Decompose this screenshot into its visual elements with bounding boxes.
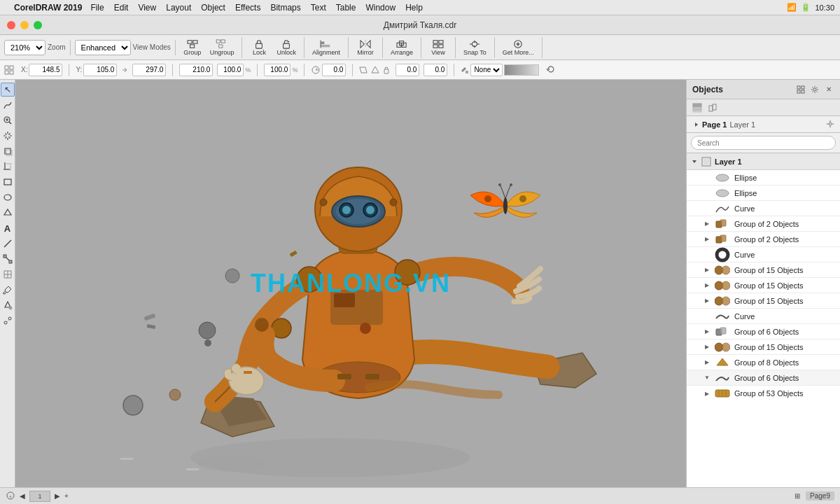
height-input[interactable] [179,64,213,76]
menu-view[interactable]: View [138,3,156,13]
minimize-button[interactable] [20,21,29,29]
obj-curve-ring[interactable]: Curve [687,247,840,262]
menu-table[interactable]: Table [336,3,356,13]
line-tool-btn[interactable] [1,237,15,251]
panel-icon1[interactable] [795,84,806,95]
y-input[interactable] [83,64,117,76]
fill-tool-btn[interactable] [1,298,15,312]
angle-input[interactable] [322,64,346,76]
zoom-select[interactable]: 210% [4,40,46,55]
menu-object[interactable]: Object [201,3,225,13]
transform-tool-btn[interactable] [1,144,15,158]
obj-group2-1[interactable]: ▶ Group of 2 Objects [687,216,840,232]
effects-tool-btn[interactable] [1,314,15,328]
fill-select[interactable]: None [470,64,503,76]
menu-window[interactable]: Window [365,3,396,13]
menu-file[interactable]: File [90,3,104,13]
obj-group15-1[interactable]: ▶ Group of 15 Objects [687,262,840,278]
screw1 [225,269,239,283]
mirror-button[interactable]: Mirror [353,37,378,58]
circle-part [123,396,143,415]
obj-ellipse-2[interactable]: Ellipse [687,186,840,201]
page-nav-next[interactable]: ▶ [55,492,60,500]
obj-group15-3[interactable]: ▶ Group of 15 Objects [687,293,840,309]
x-field: X: [21,64,62,76]
group2-icon-2 [715,234,730,245]
panel-tab-objects[interactable] [706,102,719,114]
screw3 [169,389,181,400]
close-button[interactable] [7,21,15,29]
add-page-btn[interactable]: + [64,492,69,500]
view-button[interactable]: View [426,37,451,58]
page-nav-prev[interactable]: ◀ [20,492,25,500]
search-input[interactable] [691,136,836,150]
ellipse-tool-btn[interactable] [1,190,15,204]
zoom-tool-btn[interactable] [1,113,15,127]
h1-input[interactable] [396,64,419,76]
mesh-tool-btn[interactable] [1,267,15,281]
obj-group53[interactable]: ▶ Group of 53 Objects [687,386,840,401]
app-name[interactable]: CorelDRAW 2019 [14,3,82,13]
reset-btn[interactable] [546,64,556,76]
menu-text[interactable]: Text [311,3,326,13]
layer-settings-btn[interactable] [826,120,834,130]
obj-group8[interactable]: ▶ Group of 8 Objects [687,355,840,370]
obj-group6-2[interactable]: ▼ Group of 6 Objects [687,370,840,386]
panel-settings-icon[interactable] [809,84,820,95]
arrange-button[interactable]: Arrange [387,37,416,58]
svg-rect-0 [188,40,192,43]
text-tool-btn[interactable]: A [1,221,15,235]
canvas-area[interactable]: THANLONG.VN [15,80,686,487]
obj-group2-2[interactable]: ▶ Group of 2 Objects [687,232,840,247]
color-swatch[interactable] [504,64,539,76]
h-pct-input[interactable] [264,64,290,76]
svg-rect-32 [5,71,8,74]
menu-layout[interactable]: Layout [166,3,191,13]
page-tools[interactable]: + [6,491,15,502]
obj-curve-1[interactable]: Curve [687,201,840,216]
ungroup-button[interactable]: Ungroup [206,37,238,58]
menu-effects[interactable]: Effects [235,3,260,13]
alignment-button[interactable]: Alignment [309,37,344,58]
h2-input[interactable] [424,64,447,76]
svg-point-96 [722,297,730,305]
panel-tab-layers[interactable] [691,102,704,114]
view-mode-select[interactable]: Enhanced [75,40,131,55]
svg-point-62 [9,287,10,288]
polygon-tool-btn[interactable] [1,206,15,220]
obj-group15-4[interactable]: ▶ Group of 15 Objects [687,340,840,355]
butterfly [470,183,540,217]
get-more-button[interactable]: Get More... [499,37,538,58]
lock-button[interactable]: Lock [246,37,272,58]
collapse-icon[interactable] [692,121,699,128]
group-button[interactable]: Group [180,37,205,58]
pan-tool-btn[interactable] [1,129,15,143]
crop-tool-btn[interactable] [1,160,15,174]
layer-header[interactable]: Layer 1 [687,153,840,170]
eyedropper-tool-btn[interactable] [1,283,15,297]
maximize-button[interactable] [34,21,42,29]
rect-tool-btn[interactable] [1,175,15,189]
hip-dec2 [365,374,379,379]
menu-edit[interactable]: Edit [114,3,129,13]
panel-close-icon[interactable]: ✕ [823,84,834,95]
obj-group15-2[interactable]: ▶ Group of 15 Objects [687,278,840,293]
obj-ellipse-1[interactable]: Ellipse [687,170,840,186]
menu-bitmaps[interactable]: Bitmaps [270,3,300,13]
shadow-ellipse2 [197,455,267,472]
svg-point-81 [829,122,832,125]
page-tab-1[interactable]: 1 [29,491,50,502]
freehand-tool-btn[interactable] [1,98,15,112]
unlock-button[interactable]: Unlock [273,37,300,58]
obj-group6-1[interactable]: ▶ Group of 6 Objects [687,324,840,340]
svg-rect-72 [802,86,804,89]
menu-help[interactable]: Help [405,3,423,13]
w-pct-input[interactable] [217,64,244,76]
group-label: Group [183,50,201,56]
x-input[interactable] [29,64,62,76]
connector-tool-btn[interactable] [1,252,15,266]
width-input[interactable] [132,64,166,76]
snap-button[interactable]: Snap To [460,37,490,58]
select-tool-btn[interactable]: ↖ [1,83,15,97]
obj-curve-2[interactable]: Curve [687,309,840,324]
